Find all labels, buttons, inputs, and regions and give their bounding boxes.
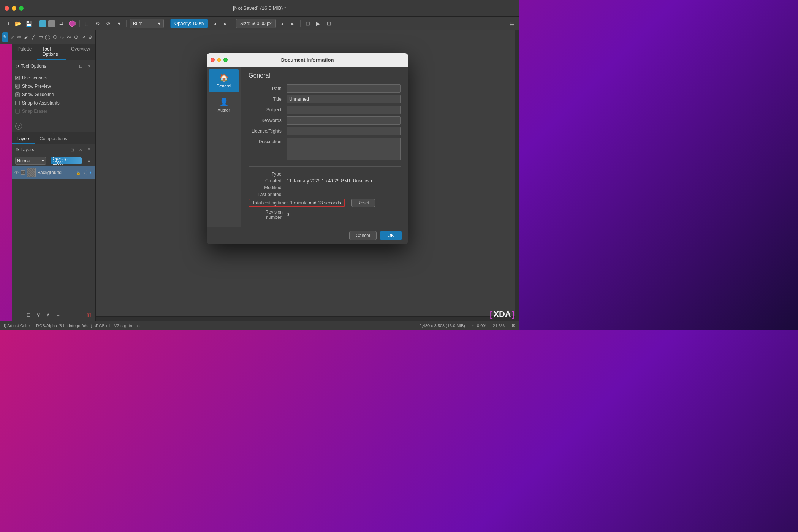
dialog-minimize-button[interactable]: [217, 58, 221, 62]
tab-tool-options[interactable]: Tool Options: [37, 44, 66, 60]
layer-options-icon[interactable]: ≡: [86, 157, 92, 164]
snap-eraser-checkbox[interactable]: [15, 109, 20, 114]
type-row: Type:: [249, 171, 401, 177]
rotate-icon[interactable]: ↻: [93, 19, 102, 28]
show-preview-option[interactable]: Show Preview: [15, 83, 92, 90]
curve-tool-icon[interactable]: ∾: [66, 32, 72, 42]
opacity-button[interactable]: Opacity: 100%: [170, 19, 208, 28]
float-layers-icon[interactable]: ⊡: [69, 146, 76, 153]
krita-logo[interactable]: [68, 19, 76, 28]
dialog-maximize-button[interactable]: [223, 58, 228, 62]
layer-opacity-control[interactable]: Opacity: 100%: [51, 157, 82, 164]
subject-input[interactable]: [287, 106, 401, 114]
description-label: Description:: [249, 138, 287, 144]
panel-toggle-icon[interactable]: ▤: [508, 19, 516, 28]
created-row: Created: 11 January 2025 15:40:29 GMT, U…: [249, 178, 401, 184]
freehand-tool-icon[interactable]: ✏: [16, 32, 22, 42]
separator-2: [79, 20, 80, 27]
brush-tool-icon[interactable]: ✎: [2, 32, 8, 42]
layer-alpha-icon[interactable]: α: [82, 170, 87, 175]
mirror-tool-icon[interactable]: ⊟: [304, 19, 312, 28]
use-sensors-checkbox[interactable]: [15, 76, 20, 80]
layer-visible-eye[interactable]: 👁: [14, 170, 19, 175]
layer-item-background[interactable]: 👁 ✓ Background 🔒 α ✦: [12, 166, 95, 179]
tool-name-status: I) Adjust Color: [4, 323, 30, 328]
bezier-tool-icon[interactable]: ∿: [59, 32, 65, 42]
mirror-horizontal-icon[interactable]: ⬚: [83, 19, 91, 28]
dialog-sidebar-general[interactable]: 🏠 General: [209, 69, 239, 92]
close-layers-icon[interactable]: ✕: [77, 146, 84, 153]
licence-input[interactable]: [287, 127, 401, 135]
open-file-icon[interactable]: 📂: [14, 19, 22, 28]
layer-lock-icon[interactable]: 🔒: [76, 170, 81, 175]
swap-colors-icon[interactable]: ⇄: [57, 19, 66, 28]
dialog-close-button[interactable]: [211, 58, 215, 62]
revision-row: Revision number: 0: [249, 209, 401, 220]
title-input[interactable]: [287, 95, 401, 103]
rect-tool-icon[interactable]: ▭: [38, 32, 43, 42]
transform-tool-icon[interactable]: ⤢: [10, 32, 15, 42]
chevron-down-icon[interactable]: ▾: [115, 19, 123, 28]
smart-patch-icon[interactable]: ⊕: [87, 32, 93, 42]
layer-blend-mode[interactable]: Normal▾: [15, 157, 46, 165]
use-sensors-option[interactable]: Use sensors: [15, 74, 92, 81]
size-button[interactable]: Size: 600.00 px: [236, 19, 276, 28]
path-input[interactable]: [287, 84, 401, 93]
show-guideline-checkbox[interactable]: [15, 92, 20, 97]
ok-button[interactable]: OK: [380, 231, 402, 240]
show-guideline-option[interactable]: Show Guideline: [15, 91, 92, 98]
layer-star-icon[interactable]: ✦: [88, 170, 93, 175]
snap-assistants-option[interactable]: Snap to Assistants: [15, 100, 92, 106]
dialog-sidebar-author[interactable]: 👤 Author: [209, 93, 239, 116]
close-button[interactable]: [5, 6, 9, 11]
description-input[interactable]: [287, 138, 401, 160]
subject-label: Subject:: [249, 106, 287, 112]
help-icon[interactable]: ?: [15, 123, 22, 130]
size-decrease-icon[interactable]: ◂: [278, 19, 287, 28]
reset-icon[interactable]: ↺: [104, 19, 112, 28]
keywords-row: Keywords:: [249, 116, 401, 125]
close-panel-icon[interactable]: ✕: [86, 63, 92, 70]
save-icon[interactable]: 💾: [24, 19, 33, 28]
keywords-input[interactable]: [287, 116, 401, 125]
tab-layers[interactable]: Layers: [12, 134, 35, 144]
zoom-status: 21.3% — ⊡: [493, 323, 515, 328]
tab-overview[interactable]: Overview: [66, 44, 95, 60]
blend-mode-dropdown[interactable]: Burn ▾: [130, 19, 164, 28]
line-tool-icon[interactable]: ╱: [31, 32, 36, 42]
ellipse-tool-icon[interactable]: ◯: [45, 32, 51, 42]
description-row: Description:: [249, 138, 401, 160]
dialog-title: Document Information: [281, 57, 334, 63]
fill-tool-icon[interactable]: ⊙: [73, 32, 79, 42]
layer-settings-button[interactable]: ≡: [54, 311, 62, 319]
layer-check-icon[interactable]: ✓: [21, 170, 25, 175]
delete-layer-button[interactable]: 🗑: [85, 311, 93, 319]
size-increase-icon[interactable]: ▸: [289, 19, 297, 28]
float-panel-icon[interactable]: ⊡: [77, 63, 84, 70]
expand-button[interactable]: ∧: [44, 311, 52, 319]
grid-icon[interactable]: ⊞: [325, 19, 333, 28]
play-icon[interactable]: ▶: [314, 19, 323, 28]
reset-button[interactable]: Reset: [352, 199, 375, 207]
layer-style-button[interactable]: ⊡: [24, 311, 33, 319]
collapse-button[interactable]: ∨: [34, 311, 43, 319]
color-swatch-1-icon[interactable]: [39, 20, 46, 27]
add-layer-button[interactable]: ＋: [14, 311, 23, 319]
color-swatch-2-icon[interactable]: [48, 20, 55, 27]
opacity-increase-icon[interactable]: ▸: [221, 19, 230, 28]
arrow-tool-icon[interactable]: ↗: [81, 32, 86, 42]
filter-layers-icon[interactable]: ⊻: [86, 146, 92, 153]
snap-assistants-checkbox[interactable]: [15, 101, 20, 105]
last-printed-row: Last printed:: [249, 192, 401, 197]
show-preview-checkbox[interactable]: [15, 84, 20, 89]
tab-compositions[interactable]: Compositions: [35, 134, 72, 144]
paint-tool-icon[interactable]: 🖌: [24, 32, 29, 42]
opacity-decrease-icon[interactable]: ◂: [211, 19, 219, 28]
cancel-button[interactable]: Cancel: [349, 231, 376, 240]
maximize-button[interactable]: [19, 6, 24, 11]
new-document-icon[interactable]: 🗋: [3, 19, 11, 28]
polygon-tool-icon[interactable]: ⬡: [52, 32, 58, 42]
dialog-sidebar-author-label: Author: [218, 108, 230, 112]
minimize-button[interactable]: [12, 6, 16, 11]
tab-palette[interactable]: Palette: [12, 44, 37, 60]
